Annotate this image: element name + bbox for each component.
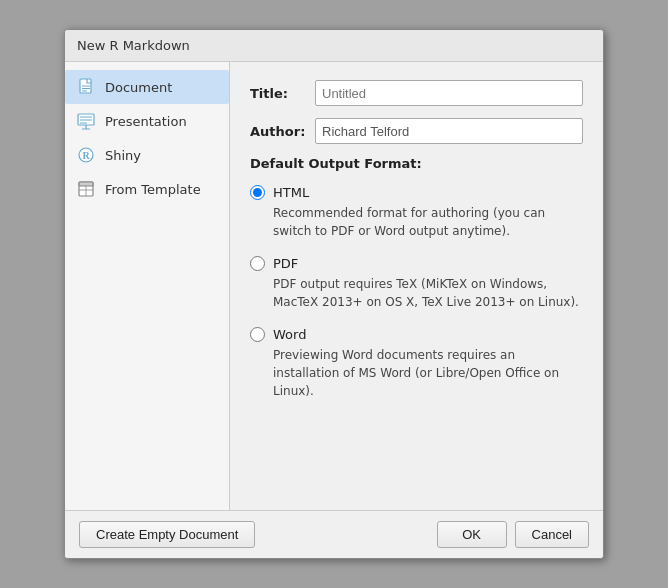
sidebar-item-shiny-label: Shiny xyxy=(105,148,141,163)
ok-button[interactable]: OK xyxy=(437,521,507,548)
sidebar-item-document-label: Document xyxy=(105,80,172,95)
template-icon xyxy=(75,178,97,200)
sidebar-item-from-template[interactable]: From Template xyxy=(65,172,229,206)
author-input[interactable] xyxy=(315,118,583,144)
new-rmarkdown-dialog: New R Markdown Document xyxy=(64,29,604,559)
dialog-body: Document Presentation xyxy=(65,62,603,510)
document-icon xyxy=(75,76,97,98)
create-empty-button[interactable]: Create Empty Document xyxy=(79,521,255,548)
pdf-option: PDF PDF output requires TeX (MiKTeX on W… xyxy=(250,256,583,311)
author-row: Author: xyxy=(250,118,583,144)
title-label: Title: xyxy=(250,86,315,101)
sidebar-item-document[interactable]: Document xyxy=(65,70,229,104)
presentation-icon xyxy=(75,110,97,132)
html-radio-label[interactable]: HTML xyxy=(273,185,309,200)
pdf-radio-label[interactable]: PDF xyxy=(273,256,298,271)
pdf-description: PDF output requires TeX (MiKTeX on Windo… xyxy=(273,275,583,311)
svg-rect-13 xyxy=(79,182,93,186)
cancel-button[interactable]: Cancel xyxy=(515,521,589,548)
main-content: Title: Author: Default Output Format: HT… xyxy=(230,62,603,510)
author-label: Author: xyxy=(250,124,315,139)
title-row: Title: xyxy=(250,80,583,106)
sidebar: Document Presentation xyxy=(65,62,230,510)
format-section-title: Default Output Format: xyxy=(250,156,583,171)
html-option: HTML Recommended format for authoring (y… xyxy=(250,185,583,240)
word-radio[interactable] xyxy=(250,327,265,342)
word-description: Previewing Word documents requires an in… xyxy=(273,346,583,400)
sidebar-item-presentation[interactable]: Presentation xyxy=(65,104,229,138)
svg-text:R: R xyxy=(82,150,90,161)
sidebar-item-shiny[interactable]: R Shiny xyxy=(65,138,229,172)
sidebar-item-presentation-label: Presentation xyxy=(105,114,187,129)
shiny-icon: R xyxy=(75,144,97,166)
pdf-radio[interactable] xyxy=(250,256,265,271)
dialog-title: New R Markdown xyxy=(65,30,603,62)
html-radio[interactable] xyxy=(250,185,265,200)
format-radio-group: HTML Recommended format for authoring (y… xyxy=(250,185,583,416)
footer-right-buttons: OK Cancel xyxy=(437,521,589,548)
word-option: Word Previewing Word documents requires … xyxy=(250,327,583,400)
html-description: Recommended format for authoring (you ca… xyxy=(273,204,583,240)
sidebar-item-from-template-label: From Template xyxy=(105,182,201,197)
title-input[interactable] xyxy=(315,80,583,106)
word-radio-label[interactable]: Word xyxy=(273,327,306,342)
dialog-footer: Create Empty Document OK Cancel xyxy=(65,510,603,558)
